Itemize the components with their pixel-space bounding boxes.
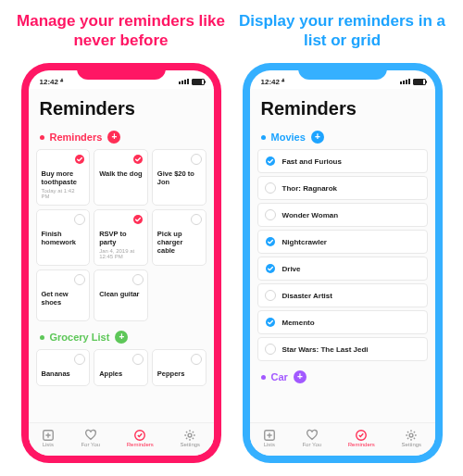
headline-right: Display your reminders in a list or grid bbox=[238, 11, 446, 56]
checkbox-icon[interactable] bbox=[265, 209, 276, 220]
status-time: 12:42 ⁴ bbox=[261, 78, 285, 86]
reminder-card[interactable]: Pick up charger cable bbox=[152, 209, 206, 266]
tab-settings[interactable]: Settings bbox=[180, 429, 200, 447]
svg-point-12 bbox=[409, 433, 413, 437]
checkbox-icon[interactable] bbox=[265, 290, 276, 301]
tab-lists[interactable]: Lists bbox=[42, 429, 55, 447]
status-time: 12:42 ⁴ bbox=[40, 78, 64, 86]
status-indicators bbox=[400, 79, 426, 85]
checkbox-icon[interactable] bbox=[265, 156, 276, 167]
section-header[interactable]: Car + bbox=[257, 367, 428, 389]
reminder-row[interactable]: Nightcrawler bbox=[257, 230, 428, 254]
check-circle-icon bbox=[355, 429, 368, 442]
reminder-row[interactable]: Drive bbox=[257, 257, 428, 281]
section-dot-icon bbox=[261, 135, 266, 140]
checkbox-icon[interactable] bbox=[74, 154, 85, 165]
section-header[interactable]: Grocery List + bbox=[36, 327, 206, 349]
headline-left: Manage your reminders like never before bbox=[17, 11, 225, 56]
section-reminders: Reminders + Buy more toothpaste Today at… bbox=[29, 127, 214, 327]
phone-notch bbox=[77, 63, 166, 80]
checkbox-icon[interactable] bbox=[191, 214, 202, 225]
plus-square-icon bbox=[42, 429, 55, 442]
checkbox-icon[interactable] bbox=[265, 236, 276, 247]
section-header[interactable]: Movies + bbox=[257, 127, 428, 149]
section-title: Movies bbox=[271, 132, 306, 143]
signal-icon bbox=[400, 79, 410, 84]
section-title: Reminders bbox=[50, 132, 103, 143]
reminder-card[interactable]: Peppers bbox=[152, 349, 206, 386]
reminder-card[interactable]: Buy more toothpaste Today at 1:42 PM bbox=[36, 149, 91, 206]
phone-screen-left: 12:42 ⁴ Reminders Reminders + bbox=[29, 70, 214, 456]
checkbox-icon[interactable] bbox=[74, 214, 85, 225]
reminder-card[interactable]: Get new shoes bbox=[36, 269, 91, 321]
checkbox-icon[interactable] bbox=[265, 344, 276, 355]
add-button[interactable]: + bbox=[294, 370, 307, 383]
tab-reminders[interactable]: Reminders bbox=[348, 429, 375, 447]
reminder-card[interactable]: Bananas bbox=[36, 349, 91, 386]
section-grocery: Grocery List + Bananas Apples bbox=[29, 327, 214, 392]
phone-notch bbox=[298, 63, 387, 80]
add-button[interactable]: + bbox=[107, 131, 120, 144]
reminder-row[interactable]: Star Wars: The Last Jedi bbox=[257, 337, 428, 361]
section-dot-icon bbox=[40, 135, 44, 140]
check-circle-icon bbox=[133, 429, 146, 442]
phone-frame-right: 12:42 ⁴ Reminders Movies + bbox=[243, 63, 443, 463]
tab-lists[interactable]: Lists bbox=[263, 429, 276, 447]
section-dot-icon bbox=[40, 335, 44, 340]
phone-screen-right: 12:42 ⁴ Reminders Movies + bbox=[250, 70, 435, 456]
checkbox-icon[interactable] bbox=[132, 214, 144, 225]
section-dot-icon bbox=[261, 375, 266, 380]
reminder-row[interactable]: Fast and Furious bbox=[257, 149, 428, 173]
section-car: Car + bbox=[250, 367, 435, 389]
status-indicators bbox=[179, 79, 205, 85]
checkbox-icon[interactable] bbox=[265, 317, 276, 328]
promo-panel-right: Display your reminders in a list or grid… bbox=[238, 11, 446, 463]
reminder-row[interactable]: Wonder Woman bbox=[257, 203, 428, 227]
tab-bar: Lists For You Reminders Settings bbox=[250, 422, 435, 456]
reminder-row[interactable]: Memento bbox=[257, 310, 428, 334]
heart-icon bbox=[84, 429, 97, 442]
reminder-card[interactable]: RSVP to party Jan 4, 2019 at 12:45 PM bbox=[94, 209, 148, 266]
section-title: Grocery List bbox=[50, 332, 110, 343]
reminder-card[interactable]: Walk the dog bbox=[94, 149, 148, 206]
reminder-card[interactable]: Finish homework bbox=[36, 209, 91, 266]
signal-icon bbox=[179, 79, 189, 84]
checkbox-icon[interactable] bbox=[74, 354, 85, 365]
add-button[interactable]: + bbox=[311, 131, 324, 144]
checkbox-icon[interactable] bbox=[191, 354, 202, 365]
checkbox-icon[interactable] bbox=[265, 182, 276, 194]
section-header[interactable]: Reminders + bbox=[36, 127, 206, 149]
app-title: Reminders bbox=[250, 89, 435, 127]
checkbox-icon[interactable] bbox=[74, 274, 85, 285]
tab-for-you[interactable]: For You bbox=[302, 429, 321, 447]
tab-settings[interactable]: Settings bbox=[401, 429, 421, 447]
promo-panel-left: Manage your reminders like never before … bbox=[17, 11, 225, 463]
reminder-row[interactable]: Thor: Ragnarok bbox=[257, 176, 428, 200]
phone-frame-left: 12:42 ⁴ Reminders Reminders + bbox=[21, 63, 221, 463]
heart-icon bbox=[306, 429, 319, 442]
checkbox-icon[interactable] bbox=[265, 263, 276, 274]
section-title: Car bbox=[271, 371, 288, 382]
reminder-card[interactable]: Give $20 to Jon bbox=[152, 149, 206, 206]
checkbox-icon[interactable] bbox=[132, 274, 144, 285]
reminder-card[interactable]: Clean guitar bbox=[94, 269, 148, 321]
gear-icon bbox=[183, 429, 196, 442]
battery-icon bbox=[413, 79, 426, 85]
tab-for-you[interactable]: For You bbox=[81, 429, 100, 447]
battery-icon bbox=[192, 79, 205, 85]
checkbox-icon[interactable] bbox=[132, 154, 144, 165]
plus-square-icon bbox=[263, 429, 276, 442]
reminder-card[interactable]: Apples bbox=[94, 349, 148, 386]
app-title: Reminders bbox=[29, 89, 214, 127]
checkbox-icon[interactable] bbox=[191, 154, 202, 165]
tab-bar: Lists For You Reminders Settings bbox=[29, 422, 214, 456]
checkbox-icon[interactable] bbox=[132, 354, 144, 365]
gear-icon bbox=[405, 429, 418, 442]
svg-point-5 bbox=[188, 433, 192, 437]
reminder-row[interactable]: Disaster Artist bbox=[257, 283, 428, 307]
section-movies: Movies + Fast and Furious Thor: Ragnarok bbox=[250, 127, 435, 367]
add-button[interactable]: + bbox=[115, 331, 128, 344]
tab-reminders[interactable]: Reminders bbox=[127, 429, 154, 447]
